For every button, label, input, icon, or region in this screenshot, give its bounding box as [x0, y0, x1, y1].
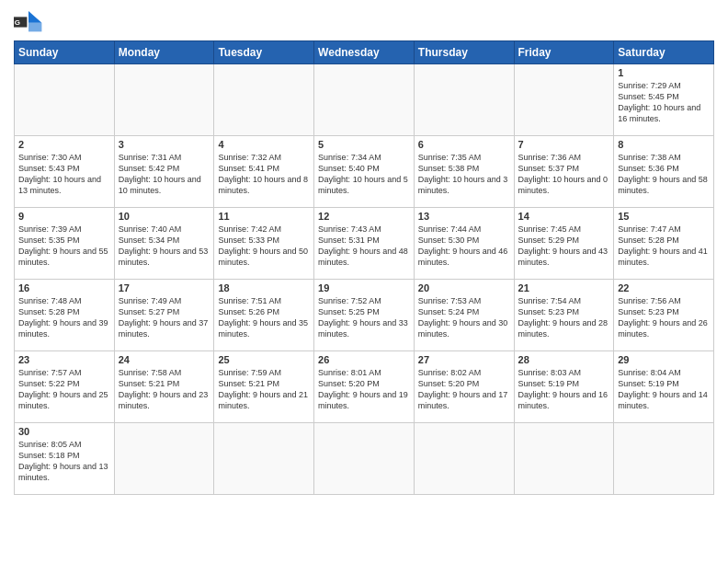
calendar-cell: [514, 64, 614, 136]
day-info: Sunrise: 7:52 AMSunset: 5:25 PMDaylight:…: [318, 295, 410, 340]
day-number: 25: [218, 354, 310, 365]
day-number: 1: [618, 67, 710, 78]
day-number: 24: [119, 354, 210, 365]
calendar-cell: [214, 64, 314, 136]
day-number: 6: [418, 139, 510, 150]
logo: G: [14, 9, 47, 35]
calendar-week-1: 1Sunrise: 7:29 AMSunset: 5:45 PMDaylight…: [15, 64, 714, 136]
calendar-cell: 9Sunrise: 7:39 AMSunset: 5:35 PMDaylight…: [15, 208, 115, 280]
calendar-cell: 24Sunrise: 7:58 AMSunset: 5:21 PMDayligh…: [114, 351, 214, 423]
calendar-cell: [15, 64, 115, 136]
calendar-week-5: 23Sunrise: 7:57 AMSunset: 5:22 PMDayligh…: [15, 351, 714, 423]
page: G SundayMondayTuesdayWednesdayThursdayFr…: [0, 0, 728, 504]
day-info: Sunrise: 7:53 AMSunset: 5:24 PMDaylight:…: [418, 295, 510, 340]
calendar-cell: 20Sunrise: 7:53 AMSunset: 5:24 PMDayligh…: [414, 280, 514, 351]
day-info: Sunrise: 7:30 AMSunset: 5:43 PMDaylight:…: [18, 152, 110, 197]
calendar-cell: 14Sunrise: 7:45 AMSunset: 5:29 PMDayligh…: [514, 208, 614, 280]
day-number: 9: [18, 211, 110, 222]
day-info: Sunrise: 8:02 AMSunset: 5:20 PMDaylight:…: [418, 367, 510, 412]
day-info: Sunrise: 7:38 AMSunset: 5:36 PMDaylight:…: [618, 152, 710, 197]
day-header-friday: Friday: [514, 41, 614, 64]
calendar-cell: [614, 423, 714, 495]
day-info: Sunrise: 7:44 AMSunset: 5:30 PMDaylight:…: [418, 224, 510, 269]
calendar-cell: 8Sunrise: 7:38 AMSunset: 5:36 PMDaylight…: [614, 136, 714, 208]
calendar-cell: 30Sunrise: 8:05 AMSunset: 5:18 PMDayligh…: [15, 423, 115, 495]
svg-text:G: G: [15, 18, 20, 27]
calendar-cell: 28Sunrise: 8:03 AMSunset: 5:19 PMDayligh…: [514, 351, 614, 423]
calendar-week-6: 30Sunrise: 8:05 AMSunset: 5:18 PMDayligh…: [15, 423, 714, 495]
calendar-cell: 12Sunrise: 7:43 AMSunset: 5:31 PMDayligh…: [314, 208, 415, 280]
day-header-monday: Monday: [114, 41, 214, 64]
day-number: 20: [418, 282, 510, 293]
calendar-cell: 26Sunrise: 8:01 AMSunset: 5:20 PMDayligh…: [314, 351, 415, 423]
day-number: 21: [518, 282, 610, 293]
day-number: 7: [518, 139, 610, 150]
day-header-saturday: Saturday: [614, 41, 714, 64]
calendar-week-3: 9Sunrise: 7:39 AMSunset: 5:35 PMDaylight…: [15, 208, 714, 280]
day-number: 3: [119, 139, 210, 150]
calendar-cell: [314, 423, 415, 495]
day-number: 26: [318, 354, 410, 365]
day-number: 23: [18, 354, 110, 365]
calendar-cell: 29Sunrise: 8:04 AMSunset: 5:19 PMDayligh…: [614, 351, 714, 423]
day-number: 22: [618, 282, 710, 293]
calendar-cell: 27Sunrise: 8:02 AMSunset: 5:20 PMDayligh…: [414, 351, 514, 423]
calendar-cell: [314, 64, 415, 136]
calendar-week-2: 2Sunrise: 7:30 AMSunset: 5:43 PMDaylight…: [15, 136, 714, 208]
day-info: Sunrise: 7:49 AMSunset: 5:27 PMDaylight:…: [119, 295, 210, 340]
calendar-cell: [414, 423, 514, 495]
day-info: Sunrise: 7:31 AMSunset: 5:42 PMDaylight:…: [119, 152, 210, 197]
calendar-cell: 6Sunrise: 7:35 AMSunset: 5:38 PMDaylight…: [414, 136, 514, 208]
day-number: 13: [418, 211, 510, 222]
day-number: 2: [18, 139, 110, 150]
day-info: Sunrise: 7:47 AMSunset: 5:28 PMDaylight:…: [618, 224, 710, 269]
day-info: Sunrise: 7:35 AMSunset: 5:38 PMDaylight:…: [418, 152, 510, 197]
day-number: 14: [518, 211, 610, 222]
calendar-cell: 18Sunrise: 7:51 AMSunset: 5:26 PMDayligh…: [214, 280, 314, 351]
calendar-cell: 1Sunrise: 7:29 AMSunset: 5:45 PMDaylight…: [614, 64, 714, 136]
svg-marker-3: [28, 23, 41, 32]
day-number: 4: [218, 139, 310, 150]
day-info: Sunrise: 7:34 AMSunset: 5:40 PMDaylight:…: [318, 152, 410, 197]
calendar-cell: 5Sunrise: 7:34 AMSunset: 5:40 PMDaylight…: [314, 136, 415, 208]
day-info: Sunrise: 7:43 AMSunset: 5:31 PMDaylight:…: [318, 224, 410, 269]
calendar-cell: 17Sunrise: 7:49 AMSunset: 5:27 PMDayligh…: [114, 280, 214, 351]
calendar-cell: [114, 423, 214, 495]
day-number: 18: [218, 282, 310, 293]
calendar-cell: 15Sunrise: 7:47 AMSunset: 5:28 PMDayligh…: [614, 208, 714, 280]
day-info: Sunrise: 7:45 AMSunset: 5:29 PMDaylight:…: [518, 224, 610, 269]
calendar-cell: 21Sunrise: 7:54 AMSunset: 5:23 PMDayligh…: [514, 280, 614, 351]
day-info: Sunrise: 8:03 AMSunset: 5:19 PMDaylight:…: [518, 367, 610, 412]
day-info: Sunrise: 7:42 AMSunset: 5:33 PMDaylight:…: [218, 224, 310, 269]
calendar-cell: [514, 423, 614, 495]
calendar-cell: 2Sunrise: 7:30 AMSunset: 5:43 PMDaylight…: [15, 136, 115, 208]
calendar-cell: 4Sunrise: 7:32 AMSunset: 5:41 PMDaylight…: [214, 136, 314, 208]
day-info: Sunrise: 8:05 AMSunset: 5:18 PMDaylight:…: [18, 439, 110, 484]
day-info: Sunrise: 7:54 AMSunset: 5:23 PMDaylight:…: [518, 295, 610, 340]
day-number: 27: [418, 354, 510, 365]
day-number: 5: [318, 139, 410, 150]
day-number: 30: [18, 426, 110, 437]
day-number: 28: [518, 354, 610, 365]
day-info: Sunrise: 7:40 AMSunset: 5:34 PMDaylight:…: [119, 224, 210, 269]
day-info: Sunrise: 7:56 AMSunset: 5:23 PMDaylight:…: [618, 295, 710, 340]
day-number: 19: [318, 282, 410, 293]
day-number: 11: [218, 211, 310, 222]
day-header-thursday: Thursday: [414, 41, 514, 64]
day-info: Sunrise: 7:36 AMSunset: 5:37 PMDaylight:…: [518, 152, 610, 197]
calendar-cell: [214, 423, 314, 495]
day-header-sunday: Sunday: [15, 41, 115, 64]
day-info: Sunrise: 7:32 AMSunset: 5:41 PMDaylight:…: [218, 152, 310, 197]
day-info: Sunrise: 7:57 AMSunset: 5:22 PMDaylight:…: [18, 367, 110, 412]
day-number: 10: [119, 211, 210, 222]
logo-icon: G: [14, 9, 43, 35]
day-info: Sunrise: 7:58 AMSunset: 5:21 PMDaylight:…: [119, 367, 210, 412]
calendar: SundayMondayTuesdayWednesdayThursdayFrid…: [14, 40, 714, 495]
calendar-cell: 23Sunrise: 7:57 AMSunset: 5:22 PMDayligh…: [15, 351, 115, 423]
calendar-cell: 22Sunrise: 7:56 AMSunset: 5:23 PMDayligh…: [614, 280, 714, 351]
day-info: Sunrise: 7:59 AMSunset: 5:21 PMDaylight:…: [218, 367, 310, 412]
calendar-cell: 7Sunrise: 7:36 AMSunset: 5:37 PMDaylight…: [514, 136, 614, 208]
calendar-cell: [414, 64, 514, 136]
day-info: Sunrise: 7:51 AMSunset: 5:26 PMDaylight:…: [218, 295, 310, 340]
calendar-cell: [114, 64, 214, 136]
